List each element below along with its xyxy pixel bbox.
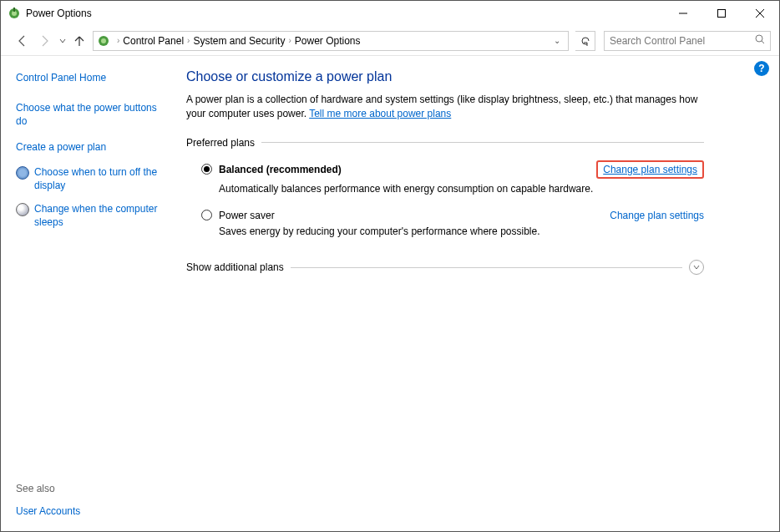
- plan-name[interactable]: Balanced (recommended): [219, 164, 596, 175]
- see-also-user-accounts[interactable]: User Accounts: [16, 504, 168, 518]
- address-dropdown-button[interactable]: ⌄: [550, 36, 565, 45]
- search-input[interactable]: [610, 35, 755, 47]
- plan-description: Saves energy by reducing your computer's…: [219, 225, 704, 239]
- show-additional-label: Show additional plans: [186, 261, 284, 273]
- app-icon: [8, 7, 21, 20]
- section-label-text: Preferred plans: [186, 137, 255, 149]
- sidebar-link-create-plan[interactable]: Create a power plan: [16, 140, 168, 154]
- window-title: Power Options: [26, 8, 664, 19]
- plan-power-saver: Power saver Change plan settings Saves e…: [201, 210, 704, 239]
- preferred-plans-label: Preferred plans: [186, 137, 704, 149]
- see-also-label: See also: [16, 483, 168, 494]
- chevron-down-icon[interactable]: [689, 260, 704, 275]
- radio-balanced[interactable]: [201, 164, 212, 175]
- chevron-right-icon: ›: [187, 36, 190, 45]
- chevron-right-icon: ›: [117, 36, 119, 45]
- sidebar-link-turn-off-display[interactable]: Choose when to turn off the display: [16, 165, 168, 192]
- svg-rect-4: [718, 10, 726, 18]
- intro-text: A power plan is a collection of hardware…: [186, 93, 704, 122]
- svg-point-9: [756, 35, 762, 42]
- address-icon: [97, 34, 110, 48]
- plan-balanced: Balanced (recommended) Change plan setti…: [201, 160, 704, 196]
- radio-power-saver[interactable]: [201, 210, 212, 220]
- close-button[interactable]: [741, 1, 779, 26]
- maximize-button[interactable]: [702, 1, 741, 26]
- chevron-right-icon: ›: [288, 36, 291, 45]
- highlight-annotation: Change plan settings: [596, 160, 704, 179]
- change-plan-settings-link[interactable]: Change plan settings: [610, 210, 704, 221]
- breadcrumb-item[interactable]: Control Panel: [123, 35, 184, 47]
- breadcrumb-item[interactable]: Power Options: [295, 35, 361, 47]
- svg-point-8: [101, 38, 106, 43]
- plan-description: Automatically balances performance with …: [219, 182, 704, 196]
- moon-icon: [16, 203, 29, 216]
- help-icon[interactable]: ?: [754, 61, 769, 76]
- nav-row: › Control Panel › System and Security › …: [1, 26, 779, 56]
- svg-line-10: [762, 41, 764, 43]
- page-heading: Choose or customize a power plan: [186, 69, 704, 84]
- sidebar-link-sleep[interactable]: Change when the computer sleeps: [16, 202, 168, 229]
- address-bar[interactable]: › Control Panel › System and Security › …: [93, 31, 569, 51]
- up-button[interactable]: [71, 35, 88, 47]
- svg-rect-2: [13, 8, 15, 12]
- control-panel-home-link[interactable]: Control Panel Home: [16, 71, 168, 84]
- plan-name[interactable]: Power saver: [219, 210, 610, 221]
- back-button[interactable]: [13, 31, 33, 51]
- sidebar-item-label: Change when the computer sleeps: [34, 202, 168, 229]
- refresh-button[interactable]: [575, 31, 595, 51]
- power-icon: [16, 166, 29, 180]
- show-additional-row[interactable]: Show additional plans: [186, 260, 704, 275]
- search-box[interactable]: [604, 31, 771, 51]
- titlebar: Power Options: [1, 1, 779, 26]
- sidebar-link-power-buttons[interactable]: Choose what the power buttons do: [16, 101, 168, 128]
- sidebar: Control Panel Home Choose what the power…: [1, 56, 176, 531]
- change-plan-settings-link[interactable]: Change plan settings: [603, 164, 697, 175]
- body: Control Panel Home Choose what the power…: [1, 56, 779, 531]
- minimize-button[interactable]: [664, 1, 702, 26]
- search-icon: [755, 34, 765, 47]
- forward-button[interactable]: [34, 31, 54, 51]
- sidebar-item-label: Choose when to turn off the display: [34, 165, 168, 192]
- breadcrumb-item[interactable]: System and Security: [193, 35, 285, 47]
- window-frame: Power Options › Control Panel › System a…: [0, 0, 780, 532]
- recent-locations-button[interactable]: [58, 38, 68, 44]
- intro-link[interactable]: Tell me more about power plans: [309, 108, 451, 119]
- window-controls: [664, 1, 779, 26]
- content-area: ? Choose or customize a power plan A pow…: [176, 56, 779, 531]
